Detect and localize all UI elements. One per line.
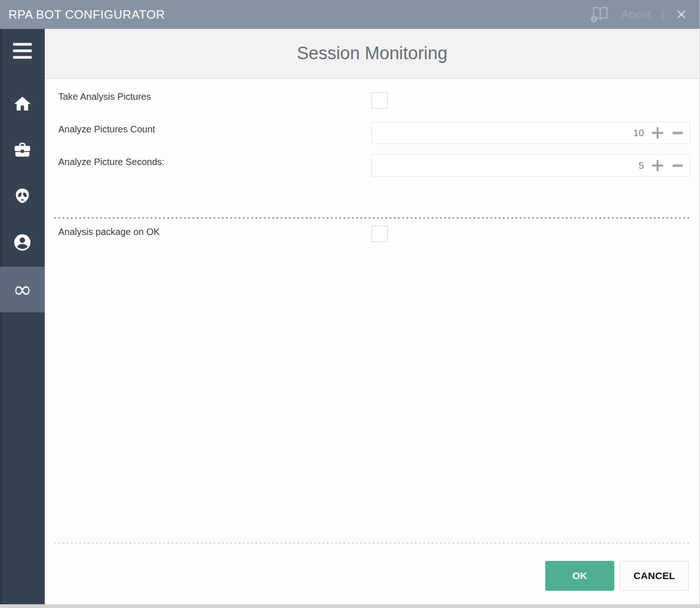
sidebar: ∞ [0,29,45,604]
cancel-button[interactable]: CANCEL [620,561,689,591]
hamburger-icon[interactable] [0,43,45,60]
analyze-pictures-count-label: Analyze Pictures Count [58,124,155,135]
ok-button[interactable]: OK [545,561,614,591]
close-icon[interactable] [674,7,688,21]
sidebar-item-home[interactable] [0,82,45,128]
sidebar-item-session-monitoring[interactable]: ∞ [0,267,45,312]
form-content: Take Analysis Pictures Analyze Pictures … [45,80,700,604]
dotted-divider [54,217,690,219]
analysis-package-on-ok-checkbox[interactable] [371,226,388,242]
person-icon [13,233,32,254]
analyze-picture-seconds-field[interactable]: 5 [371,154,690,177]
page-header: Session Monitoring [45,29,700,79]
help-book-icon[interactable] [589,5,611,24]
about-button[interactable]: About [622,8,651,21]
titlebar-controls: About | [589,0,688,29]
analyze-pictures-count-field[interactable]: 10 [371,122,690,144]
analyze-picture-seconds-value: 5 [638,160,644,171]
increment-icon[interactable] [651,126,665,140]
sidebar-item-bots[interactable] [0,175,45,221]
take-analysis-pictures-label: Take Analysis Pictures [58,91,151,102]
sidebar-item-jobs[interactable] [0,128,45,173]
titlebar-separator: | [661,7,664,22]
alien-icon [13,187,32,208]
analyze-pictures-count-value: 10 [633,127,644,138]
home-icon [13,94,32,116]
app-title: RPA BOT CONFIGURATOR [8,7,165,22]
analysis-package-on-ok-label: Analysis package on OK [58,227,160,237]
sidebar-item-account[interactable] [0,221,45,266]
increment-icon[interactable] [651,159,665,173]
infinity-icon: ∞ [13,278,32,301]
decrement-icon[interactable] [671,159,684,173]
app-window: RPA BOT CONFIGURATOR About | [0,0,700,608]
page-title: Session Monitoring [297,43,447,63]
decrement-icon[interactable] [671,126,684,140]
dotted-divider-bottom [54,542,690,544]
briefcase-icon [13,140,32,161]
analyze-picture-seconds-label: Analyze Picture Seconds: [58,157,165,167]
window-bottom-edge [0,604,700,608]
take-analysis-pictures-checkbox[interactable] [371,92,388,109]
titlebar: RPA BOT CONFIGURATOR About | [0,0,700,29]
